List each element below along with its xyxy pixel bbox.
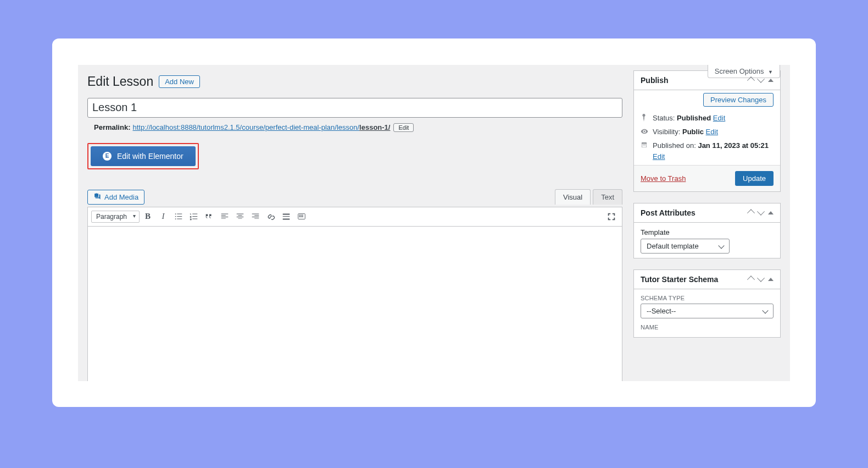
media-icon [93, 192, 101, 202]
status-edit-link[interactable]: Edit [713, 114, 725, 122]
editor-content-area[interactable] [87, 227, 622, 381]
editor-top: Add Media Visual Text [87, 189, 622, 205]
permalink-row: Permalink: http://localhost:8888/tutorlm… [87, 118, 622, 132]
status-value: Published [677, 114, 711, 122]
page-header: Edit Lesson Add New [87, 70, 622, 98]
schema-controls [748, 276, 774, 283]
status-line: Status: Published Edit [641, 112, 774, 125]
post-attributes-body: Template Default template [634, 223, 780, 258]
svg-rect-5 [301, 216, 302, 217]
readmore-button[interactable] [279, 210, 293, 224]
elementor-button-label: Edit with Elementor [117, 152, 183, 161]
permalink-link[interactable]: http://localhost:8888/tutorlms2.1.5/cour… [132, 123, 390, 131]
elementor-highlight: E Edit with Elementor [87, 143, 199, 169]
screen-options-button[interactable]: Screen Options ▼ [708, 65, 780, 78]
publish-box-body: Preview Changes Status: Published Edit [634, 90, 780, 165]
svg-rect-2 [301, 214, 302, 216]
unordered-list-button[interactable] [171, 210, 186, 224]
schema-header: Tutor Starter Schema [634, 270, 780, 289]
svg-rect-6 [302, 216, 303, 217]
ordered-list-button[interactable] [187, 210, 201, 224]
calendar-icon [641, 141, 648, 150]
fullscreen-button[interactable] [604, 210, 619, 224]
template-select[interactable]: Default template [641, 239, 730, 254]
add-media-button[interactable]: Add Media [87, 190, 144, 205]
visibility-line: Visibility: Public Edit [641, 125, 774, 139]
svg-rect-1 [299, 214, 301, 216]
schema-box: Tutor Starter Schema SCHEMA TYPE --Selec… [633, 269, 781, 338]
link-button[interactable] [264, 210, 278, 224]
move-down-icon[interactable] [758, 77, 764, 84]
page-title: Edit Lesson [87, 74, 153, 90]
schema-body: SCHEMA TYPE --Select-- NAME [634, 289, 780, 337]
elementor-icon: E [103, 152, 112, 161]
published-edit-link[interactable]: Edit [653, 152, 665, 161]
svg-rect-4 [299, 216, 301, 217]
post-attributes-box: Post Attributes Template Default templat… [633, 203, 781, 258]
published-line: Published on: Jan 11, 2023 at 05:21 [641, 139, 774, 152]
italic-button[interactable]: I [156, 210, 170, 224]
blockquote-button[interactable] [202, 210, 216, 224]
update-button[interactable]: Update [735, 171, 774, 186]
add-media-label: Add Media [104, 193, 138, 201]
permalink-edit-button[interactable]: Edit [393, 123, 414, 132]
format-select[interactable]: Paragraph [91, 211, 140, 223]
editor-wrap: Add Media Visual Text Paragraph B I [87, 189, 622, 381]
tab-text[interactable]: Text [593, 189, 622, 205]
visibility-value: Public [682, 128, 704, 136]
chevron-down-icon: ▼ [768, 69, 773, 75]
app-frame: Screen Options ▼ Edit Lesson Add New Per… [52, 38, 816, 407]
content-wrap: Edit Lesson Add New Permalink: http://lo… [78, 65, 790, 381]
screen-options-label: Screen Options [715, 67, 764, 75]
visibility-edit-link[interactable]: Edit [706, 128, 718, 136]
published-value: Jan 11, 2023 at 05:21 [698, 141, 769, 150]
preview-changes-button[interactable]: Preview Changes [703, 93, 774, 107]
move-to-trash-link[interactable]: Move to Trash [641, 174, 686, 183]
editor-toolbar: Paragraph B I [87, 207, 622, 227]
post-attributes-title: Post Attributes [641, 208, 695, 217]
schema-type-select[interactable]: --Select-- [641, 304, 774, 318]
permalink-slug: lesson-1/ [359, 123, 390, 131]
publish-title: Publish [641, 76, 669, 85]
move-up-icon[interactable] [748, 276, 754, 283]
publish-box: Publish Preview Changes [633, 70, 781, 192]
pin-icon [641, 114, 648, 123]
publish-box-footer: Move to Trash Update [634, 165, 780, 191]
bold-button[interactable]: B [141, 210, 155, 224]
permalink-base: http://localhost:8888/tutorlms2.1.5/cour… [132, 123, 359, 131]
post-attributes-controls [748, 210, 774, 216]
schema-type-label: SCHEMA TYPE [641, 295, 774, 301]
tab-visual[interactable]: Visual [555, 189, 591, 205]
add-new-button[interactable]: Add New [159, 75, 200, 88]
sidebar: Publish Preview Changes [633, 70, 781, 381]
toolbar-toggle-button[interactable] [294, 210, 309, 224]
move-up-icon[interactable] [748, 210, 754, 216]
eye-icon [641, 128, 648, 137]
admin-body: Screen Options ▼ Edit Lesson Add New Per… [78, 65, 790, 381]
preview-row: Preview Changes [641, 96, 774, 104]
lesson-title-input[interactable] [87, 98, 622, 118]
post-attributes-header: Post Attributes [634, 203, 780, 223]
align-right-button[interactable] [248, 210, 263, 224]
align-left-button[interactable] [218, 210, 232, 224]
editor-tabs: Visual Text [553, 189, 622, 205]
svg-rect-3 [302, 214, 303, 216]
move-down-icon[interactable] [758, 210, 764, 216]
edit-with-elementor-button[interactable]: E Edit with Elementor [91, 146, 196, 166]
main-column: Edit Lesson Add New Permalink: http://lo… [87, 70, 622, 381]
toggle-icon[interactable] [768, 276, 774, 283]
template-label: Template [641, 228, 774, 236]
visibility-label: Visibility: [653, 128, 680, 136]
schema-title: Tutor Starter Schema [641, 275, 718, 284]
align-center-button[interactable] [233, 210, 247, 224]
permalink-label: Permalink: [94, 123, 130, 131]
schema-name-label: NAME [641, 324, 774, 331]
status-label: Status: [653, 114, 675, 122]
toggle-icon[interactable] [768, 210, 774, 216]
move-down-icon[interactable] [758, 276, 764, 283]
published-label: Published on: [653, 141, 696, 150]
